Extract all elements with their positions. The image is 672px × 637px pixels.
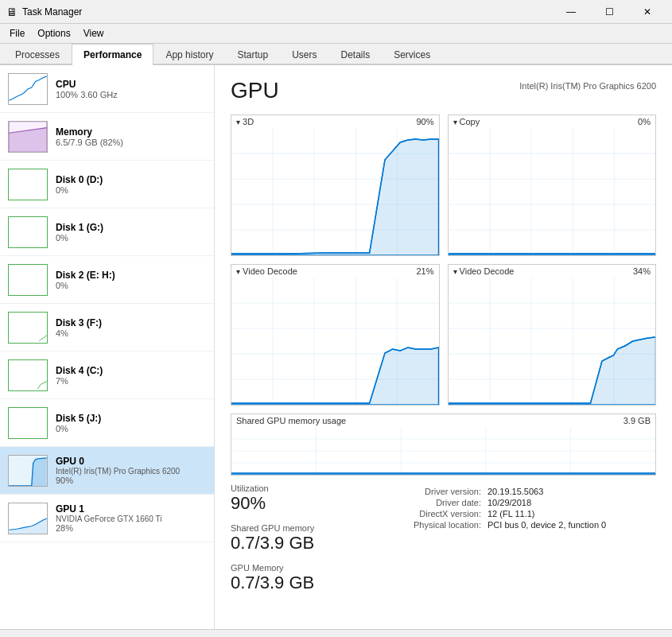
gpu-title: GPU: [231, 78, 279, 103]
utilization-block: Utilization 90%: [231, 484, 390, 514]
sidebar-item-disk2[interactable]: Disk 2 (E: H:) 0%: [0, 256, 214, 304]
sidebar-item-disk5[interactable]: Disk 5 (J:) 0%: [0, 399, 214, 447]
svg-marker-39: [231, 348, 439, 405]
shared-memory-value: 0.7/3.9 GB: [231, 533, 390, 553]
shared-gpu-value: 3.9 GB: [623, 416, 651, 425]
gpu1-sub: 28%: [56, 523, 206, 533]
svg-rect-5: [9, 265, 47, 295]
sidebar-item-cpu[interactable]: .tl{fill:none;stroke:#0078d4;stroke-widt…: [0, 65, 214, 113]
directx-label: DirectX version:: [414, 509, 481, 519]
svg-rect-3: [9, 169, 47, 200]
graph-copy: ▾ Copy 0%: [448, 115, 657, 256]
shared-gpu-area: [231, 427, 655, 475]
graph-copy-area: [449, 128, 656, 255]
memory-info: Memory 6.5/7.9 GB (82%): [56, 126, 206, 147]
tab-performance[interactable]: Performance: [72, 44, 153, 65]
disk4-sub: 7%: [56, 376, 206, 386]
disk4-info: Disk 4 (C:) 7%: [56, 365, 206, 386]
svg-marker-48: [449, 337, 656, 405]
disk1-thumb: [8, 216, 48, 248]
tab-details[interactable]: Details: [328, 44, 382, 65]
disk1-name: Disk 1 (G:): [56, 222, 206, 233]
gpu-memory-value: 0.7/3.9 GB: [231, 573, 390, 593]
svg-rect-8: [9, 408, 47, 438]
gpu0-sub: 90%: [56, 476, 206, 485]
shared-gpu-label: Shared GPU memory usage 3.9 GB: [231, 414, 655, 427]
left-stats: Utilization 90% Shared GPU memory 0.7/3.…: [231, 484, 390, 593]
memory-thumb: [8, 121, 48, 153]
app-icon: 🖥: [6, 6, 17, 18]
gpu0-info: GPU 0 Intel(R) Iris(TM) Pro Graphics 620…: [56, 456, 206, 485]
graph-copy-label: ▾ Copy 0%: [449, 115, 656, 128]
svg-marker-21: [231, 139, 439, 255]
close-button[interactable]: ✕: [629, 1, 666, 23]
graphs-grid: ▾ 3D 90%: [231, 115, 656, 406]
graph-3d-area: [231, 128, 439, 255]
memory-sub: 6.5/7.9 GB (82%): [56, 138, 206, 147]
graph-3d-label: ▾ 3D 90%: [231, 115, 439, 128]
detail-header: GPU Intel(R) Iris(TM) Pro Graphics 6200: [231, 78, 656, 103]
gpu-memory-block: GPU Memory 0.7/3.9 GB: [231, 563, 390, 593]
disk5-thumb: [8, 407, 48, 439]
utilization-value: 90%: [231, 493, 390, 514]
tab-startup[interactable]: Startup: [225, 44, 280, 65]
cpu-thumb: .tl{fill:none;stroke:#0078d4;stroke-widt…: [8, 73, 48, 105]
shared-memory-block: Shared GPU memory 0.7/3.9 GB: [231, 523, 390, 553]
tab-app-history[interactable]: App history: [153, 44, 225, 65]
expand-3d-icon: ▾: [236, 118, 240, 126]
sidebar-item-gpu0[interactable]: GPU 0 Intel(R) Iris(TM) Pro Graphics 620…: [0, 447, 214, 495]
expand-vd1-icon: ▾: [236, 267, 240, 276]
graph-vd2-percent: 34%: [633, 266, 651, 276]
graph-videodecode2: ▾ Video Decode 34%: [448, 264, 657, 406]
disk5-sub: 0%: [56, 424, 206, 433]
gpu-memory-label: GPU Memory: [231, 563, 390, 573]
menu-options[interactable]: Options: [31, 25, 76, 41]
main-content: .tl{fill:none;stroke:#0078d4;stroke-widt…: [0, 65, 672, 629]
disk2-name: Disk 2 (E: H:): [56, 270, 206, 281]
sidebar-item-gpu1[interactable]: GPU 1 NVIDIA GeForce GTX 1660 Ti 28%: [0, 495, 214, 542]
driver-version-label: Driver version:: [414, 487, 481, 496]
maximize-button[interactable]: ☐: [591, 1, 627, 23]
disk3-name: Disk 3 (F:): [56, 317, 206, 328]
memory-name: Memory: [56, 126, 206, 138]
disk3-info: Disk 3 (F:) 4%: [56, 317, 206, 338]
svg-rect-7: [9, 360, 47, 390]
sidebar-item-disk1[interactable]: Disk 1 (G:) 0%: [0, 208, 214, 256]
sidebar-item-disk0[interactable]: Disk 0 (D:) 0%: [0, 161, 214, 208]
title-bar: 🖥 Task Manager — ☐ ✕: [0, 0, 672, 24]
gpu-subtitle: Intel(R) Iris(TM) Pro Graphics 6200: [519, 81, 656, 91]
svg-rect-6: [9, 313, 47, 343]
graph-vd1-label: ▾ Video Decode 21%: [231, 265, 439, 278]
disk1-info: Disk 1 (G:) 0%: [56, 222, 206, 243]
graph-3d-percent: 90%: [416, 117, 433, 126]
disk1-sub: 0%: [56, 233, 206, 243]
expand-vd2-icon: ▾: [453, 267, 457, 276]
menu-file[interactable]: File: [3, 25, 31, 41]
tab-users[interactable]: Users: [280, 44, 328, 65]
tab-processes[interactable]: Processes: [3, 44, 72, 65]
tab-services[interactable]: Services: [382, 44, 442, 65]
window-controls: — ☐ ✕: [553, 1, 666, 23]
disk0-sub: 0%: [56, 185, 206, 195]
disk4-name: Disk 4 (C:): [56, 365, 206, 376]
menu-view[interactable]: View: [77, 25, 111, 41]
gpu0-sub2: Intel(R) Iris(TM) Pro Graphics 6200: [56, 467, 206, 476]
gpu1-info: GPU 1 NVIDIA GeForce GTX 1660 Ti 28%: [56, 503, 206, 533]
stats-section: Utilization 90% Shared GPU memory 0.7/3.…: [231, 484, 656, 593]
disk5-name: Disk 5 (J:): [56, 413, 206, 424]
sidebar-item-disk4[interactable]: Disk 4 (C:) 7%: [0, 352, 214, 399]
bottom-bar: Fewer details ⊙ Open Resource Monitor: [0, 629, 672, 637]
gpu0-thumb: [8, 455, 48, 487]
detail-panel: GPU Intel(R) Iris(TM) Pro Graphics 6200 …: [215, 65, 672, 629]
shared-gpu-label-text: Shared GPU memory usage: [236, 416, 346, 425]
cpu-name: CPU: [56, 79, 206, 90]
sidebar: .tl{fill:none;stroke:#0078d4;stroke-widt…: [0, 65, 215, 629]
sidebar-item-memory[interactable]: Memory 6.5/7.9 GB (82%): [0, 113, 214, 161]
cpu-info: CPU 100% 3.60 GHz: [56, 79, 206, 99]
graph-copy-percent: 0%: [638, 117, 651, 126]
disk2-sub: 0%: [56, 281, 206, 290]
sidebar-item-disk3[interactable]: Disk 3 (F:) 4%: [0, 304, 214, 352]
shared-gpu-memory-box: Shared GPU memory usage 3.9 GB: [231, 414, 656, 476]
minimize-button[interactable]: —: [553, 1, 589, 23]
info-grid: Driver version: 20.19.15.5063 Driver dat…: [414, 487, 606, 530]
